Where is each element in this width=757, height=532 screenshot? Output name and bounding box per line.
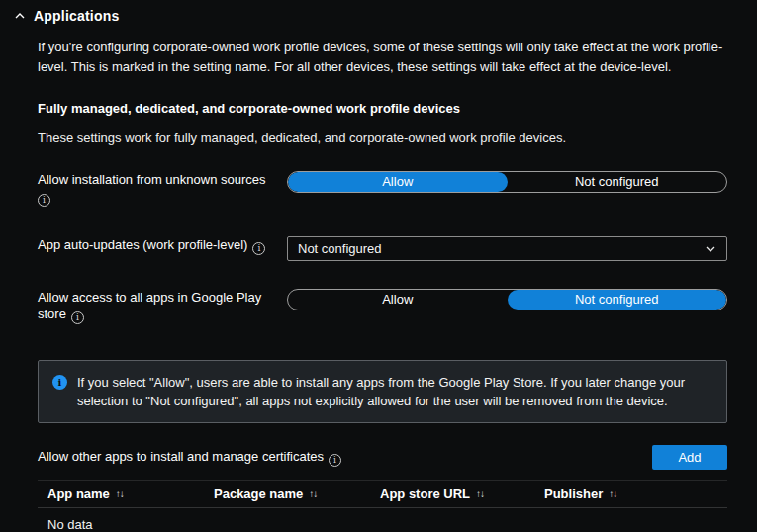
chevron-up-icon	[14, 10, 26, 22]
setting-label-play-store-apps: Allow access to all apps in Google Play …	[38, 289, 287, 324]
add-button[interactable]: Add	[652, 445, 727, 470]
setting-label-text: App auto-updates (work profile-level)	[38, 237, 247, 252]
dropdown-selected-value: Not configured	[298, 241, 382, 256]
sort-icon[interactable]: ↑↓	[309, 488, 317, 499]
column-header-publisher[interactable]: Publisher ↑↓	[534, 481, 727, 507]
info-banner-text: If you select "Allow", users are able to…	[77, 373, 712, 410]
setting-label-auto-updates: App auto-updates (work profile-level)i	[38, 236, 287, 255]
unknown-sources-toggle-group: Allow Not configured	[287, 171, 727, 193]
subsection-title: Fully managed, dedicated, and corporate-…	[38, 101, 727, 116]
section-header-applications[interactable]: Applications	[14, 8, 727, 24]
info-icon[interactable]: i	[38, 194, 50, 207]
certificates-row: Allow other apps to install and manage c…	[38, 445, 727, 470]
info-banner: i If you select "Allow", users are able …	[38, 360, 727, 423]
info-banner-icon: i	[52, 375, 67, 390]
no-data-text: No data	[38, 508, 204, 532]
applications-settings-page: Applications If you're configuring corpo…	[0, 0, 757, 532]
column-header-app-store-url[interactable]: App store URL ↑↓	[370, 481, 534, 507]
unknown-sources-option-allow[interactable]: Allow	[288, 172, 508, 192]
setting-row-auto-updates: App auto-updates (work profile-level)i N…	[38, 236, 727, 261]
column-header-package-name[interactable]: Package name ↑↓	[204, 481, 370, 507]
sort-icon[interactable]: ↑↓	[476, 488, 484, 499]
info-icon[interactable]: i	[329, 454, 341, 467]
certificates-table: App name ↑↓ Package name ↑↓ App store UR…	[38, 480, 727, 532]
section-title: Applications	[34, 8, 119, 24]
setting-row-play-store-apps: Allow access to all apps in Google Play …	[38, 289, 727, 324]
setting-row-unknown-sources: Allow installation from unknown sources …	[38, 171, 727, 207]
chevron-down-icon	[705, 243, 716, 255]
play-store-apps-toggle-group: Allow Not configured	[287, 289, 727, 310]
sort-icon[interactable]: ↑↓	[609, 488, 616, 499]
info-icon[interactable]: i	[252, 242, 265, 255]
subsection-description: These settings work for fully managed, d…	[38, 131, 727, 145]
play-store-apps-option-not-configured[interactable]: Not configured	[508, 290, 727, 310]
info-icon[interactable]: i	[71, 311, 84, 324]
section-content: If you're configuring corporate-owned wo…	[14, 38, 727, 532]
table-empty-row: No data	[38, 508, 727, 532]
column-header-app-name[interactable]: App name ↑↓	[38, 481, 204, 507]
setting-label-unknown-sources: Allow installation from unknown sources …	[38, 171, 287, 207]
unknown-sources-option-not-configured[interactable]: Not configured	[508, 172, 727, 192]
certificates-label-text: Allow other apps to install and manage c…	[38, 449, 324, 464]
setting-label-text: Allow installation from unknown sources	[38, 172, 266, 187]
sort-icon[interactable]: ↑↓	[116, 488, 124, 499]
certificates-label: Allow other apps to install and manage c…	[38, 449, 652, 467]
play-store-apps-option-allow[interactable]: Allow	[288, 290, 508, 310]
app-auto-updates-dropdown[interactable]: Not configured	[287, 236, 727, 261]
table-header-row: App name ↑↓ Package name ↑↓ App store UR…	[38, 480, 727, 508]
section-description: If you're configuring corporate-owned wo…	[38, 38, 727, 77]
